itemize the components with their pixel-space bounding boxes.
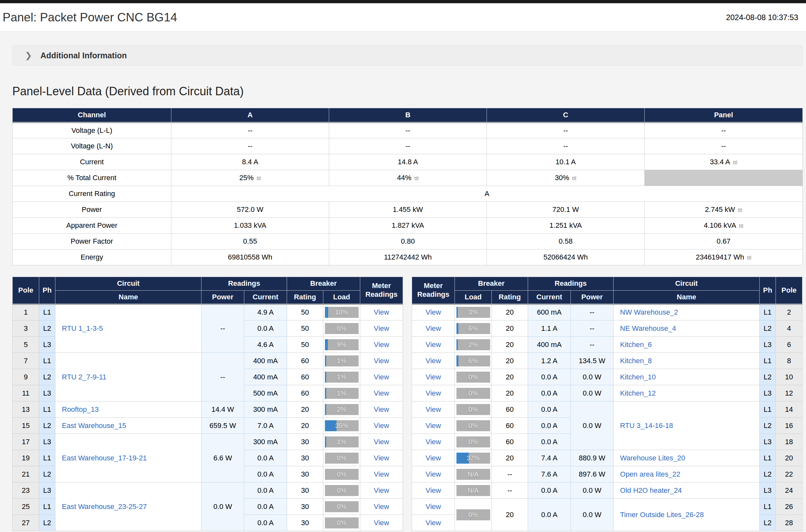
view-link[interactable]: View (374, 421, 389, 430)
view-link[interactable]: View (374, 324, 389, 332)
breaker-load-bar: 1% (325, 372, 359, 383)
view-link[interactable]: View (374, 389, 389, 397)
view-link[interactable]: View (426, 454, 441, 462)
breaker-load-label: 6% (457, 323, 490, 334)
view-link[interactable]: View (374, 357, 389, 365)
view-link[interactable]: View (374, 454, 389, 462)
pole-cell: 14 (776, 401, 802, 418)
circuit-name-link[interactable]: Warehouse Lites_20 (620, 454, 685, 462)
breaker-load-bar: 0% (457, 404, 490, 415)
breaker-load-label: 0% (325, 323, 359, 334)
breaker-load-label: 9% (325, 339, 359, 350)
view-link[interactable]: View (426, 389, 441, 397)
circuit-name-link[interactable]: Open area lites_22 (620, 470, 680, 478)
current-reading-cell: 0.0 A (244, 320, 287, 337)
pole-cell: 11 (13, 385, 39, 401)
view-link[interactable]: View (374, 373, 389, 381)
meter-readings-cell: View (412, 434, 455, 450)
meter-readings-cell: View (412, 450, 455, 466)
circuit-name-cell: RTU 2_7-9-11 (55, 353, 202, 401)
view-link[interactable]: View (426, 486, 441, 494)
view-link[interactable]: View (374, 308, 389, 316)
phase-cell: L2 (39, 466, 55, 482)
breaker-rating-cell: 30 (287, 434, 323, 450)
circuit-table-right: Meter Readings Breaker Readings Circuit … (412, 277, 802, 531)
meter-readings-cell: View (412, 353, 455, 369)
phase-cell: L3 (760, 482, 776, 499)
panel-value-cell: 0.67 (645, 234, 803, 249)
table-row: View6%201.1 A--NE Warehouse_4L24 (412, 320, 802, 337)
pole-cell: 16 (776, 418, 802, 434)
pole-cell: 8 (776, 353, 802, 369)
circuit-name-link[interactable]: Old H2O heater_24 (620, 486, 682, 494)
view-link[interactable]: View (426, 324, 441, 332)
breaker-rating-cell: 20 (492, 353, 528, 369)
phase-cell: L2 (39, 515, 55, 531)
circuit-name-link[interactable]: Kitchen_6 (620, 341, 652, 349)
view-link[interactable]: View (426, 438, 441, 446)
view-link[interactable]: View (426, 405, 441, 413)
panel-value-cell: -- (329, 138, 487, 154)
circuit-name-link[interactable]: RTU 2_7-9-11 (62, 373, 106, 381)
pole-cell: 27 (13, 515, 39, 531)
breaker-rating-cell: 30 (287, 450, 323, 466)
circuit-name-cell: Kitchen_12 (614, 385, 760, 401)
circuit-name-link[interactable]: East Warehouse_17-19-21 (62, 454, 147, 462)
breaker-rating-cell: 20 (492, 450, 528, 466)
breaker-load-cell: 1% (323, 369, 360, 385)
view-link[interactable]: View (374, 486, 389, 494)
breaker-load-cell: 0% (455, 385, 492, 401)
circuit-name-link[interactable]: Rooftop_13 (62, 405, 99, 413)
current-reading-cell: 7.6 A (528, 466, 571, 482)
circuit-name-link[interactable]: Kitchen_8 (620, 357, 652, 365)
circuit-name-link[interactable]: Kitchen_10 (620, 373, 656, 381)
additional-information-expander[interactable]: ❯ Additional Information (12, 45, 802, 66)
circuit-name-cell: East Warehouse_15 (55, 418, 202, 434)
breaker-load-bar: 6% (457, 356, 490, 366)
circuit-name-link[interactable]: East Warehouse_23-25-27 (62, 502, 147, 511)
breaker-load-bar: 0% (457, 420, 490, 431)
breaker-rating-cell: 60 (287, 385, 323, 401)
breaker-load-bar: 35% (325, 420, 359, 431)
circuit-name-link[interactable]: RTU 3_14-16-18 (620, 421, 673, 430)
circuit-name-link[interactable]: RTU 1_1-3-5 (62, 324, 103, 332)
circuit-name-link[interactable]: East Warehouse_15 (62, 421, 126, 430)
panel-value-cell: 1.033 kVA (171, 218, 329, 234)
view-link[interactable]: View (426, 502, 441, 511)
table-row: 23L3East Warehouse_23-25-270.0 W0.0 A300… (13, 482, 403, 499)
circuit-name-link[interactable]: Kitchen_12 (620, 389, 656, 397)
table-row: 15L2East Warehouse_15659.5 W7.0 A2035%Vi… (13, 418, 403, 434)
panel-value-cell: -- (645, 122, 803, 138)
view-link[interactable]: View (426, 519, 441, 527)
breaker-load-bar: 0% (325, 501, 359, 512)
phase-cell: L3 (760, 337, 776, 353)
table-row: View3%20600 mA--NW Warehouse_2L12 (412, 304, 802, 320)
panel-value-cell: 69810558 Wh (171, 249, 329, 265)
view-link[interactable]: View (426, 308, 441, 316)
view-link[interactable]: View (426, 357, 441, 365)
circuit-name-link[interactable]: Timer Outside Lites_26-28 (620, 511, 704, 519)
breaker-rating-cell: 60 (287, 353, 323, 369)
readings-group-header: Readings (528, 277, 614, 291)
circuit-name-link[interactable]: NW Warehouse_2 (620, 308, 678, 316)
meter-readings-cell: View (360, 418, 403, 434)
view-link[interactable]: View (374, 438, 389, 446)
view-link[interactable]: View (374, 519, 389, 527)
panel-column-header: A (171, 108, 329, 122)
view-link[interactable]: View (426, 470, 441, 478)
view-link[interactable]: View (374, 502, 389, 511)
view-link[interactable]: View (426, 421, 441, 430)
view-link[interactable]: View (374, 405, 389, 413)
pole-cell: 2 (776, 304, 802, 320)
meter-readings-column-header: Meter Readings (360, 277, 403, 304)
view-link[interactable]: View (374, 341, 389, 349)
power-reading-cell: 897.6 W (571, 466, 614, 482)
view-link[interactable]: View (426, 373, 441, 381)
power-reading-cell: 880.9 W (571, 450, 614, 466)
phase-cell: L1 (760, 401, 776, 418)
view-link[interactable]: View (374, 470, 389, 478)
view-link[interactable]: View (426, 341, 441, 349)
pole-cell: 3 (13, 320, 39, 337)
circuit-name-link[interactable]: NE Warehouse_4 (620, 324, 676, 332)
timestamp: 2024-08-08 10:37:53 (726, 13, 798, 22)
